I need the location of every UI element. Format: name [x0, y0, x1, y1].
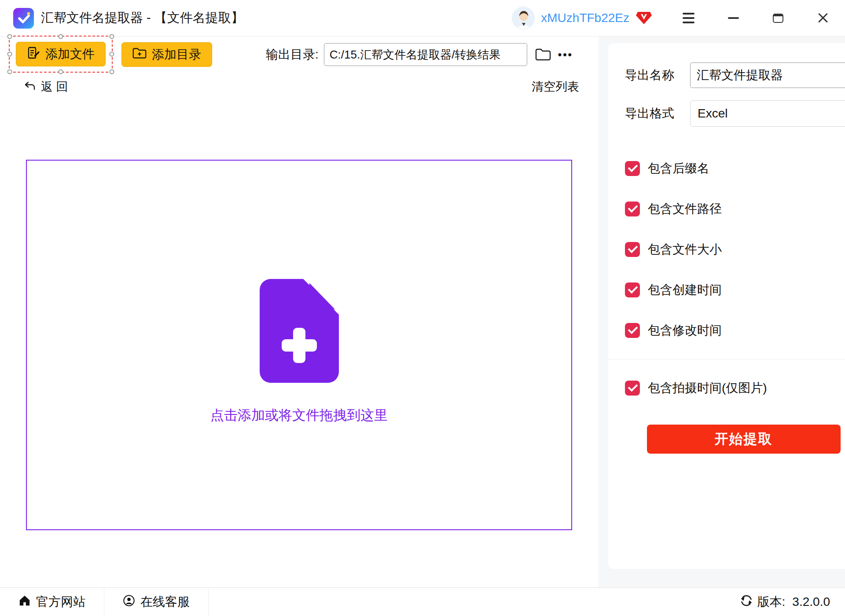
folder-plus-icon: [132, 47, 147, 62]
export-name-label: 导出名称: [625, 67, 678, 84]
selection-handle[interactable]: [110, 52, 114, 57]
vip-badge-icon[interactable]: [636, 11, 652, 25]
output-dir-label: 输出目录:: [266, 46, 319, 63]
settings-card: 导出名称 导出格式 Excel 包含后缀名: [608, 43, 845, 569]
export-name-input[interactable]: [690, 62, 845, 88]
maximize-button[interactable]: [769, 9, 787, 27]
dropzone-hint: 点击添加或将文件拖拽到这里: [210, 406, 388, 425]
window-title: 汇帮文件名提取器 - 【文件名提取】: [41, 9, 244, 27]
option-include-created-time[interactable]: 包含创建时间: [625, 282, 845, 298]
more-options-button[interactable]: •••: [558, 48, 573, 61]
option-include-modified-time[interactable]: 包含修改时间: [625, 322, 845, 339]
official-website-label: 官方网站: [36, 594, 85, 610]
version-label: 版本:: [757, 594, 786, 610]
selection-handle[interactable]: [7, 34, 12, 39]
output-dir-group: 输出目录: •••: [266, 43, 573, 66]
checkbox-checked-icon: [625, 161, 640, 176]
back-button[interactable]: 返 回: [24, 79, 68, 95]
username-text[interactable]: xMUzhTFb22Ez: [541, 11, 629, 25]
export-format-label: 导出格式: [625, 105, 678, 122]
folder-icon: [535, 48, 551, 61]
output-dir-input[interactable]: [324, 43, 527, 66]
titlebar: 汇帮文件名提取器 - 【文件名提取】 xMUzhTFb22Ez: [0, 0, 845, 37]
checkbox-checked-icon: [625, 242, 640, 257]
file-plus-icon: [259, 279, 339, 383]
option-list: 包含后缀名 包含文件路径 包含文件大小 包含创建时间: [625, 160, 845, 339]
selection-handle[interactable]: [110, 34, 114, 39]
hamburger-icon: [683, 13, 694, 23]
main-area: 添加文件 添加目录 输出目录:: [0, 37, 845, 587]
customer-service-icon: [123, 594, 135, 610]
minimize-icon: [728, 17, 739, 19]
close-button[interactable]: [814, 9, 832, 27]
home-icon: [18, 595, 31, 609]
option-include-extension[interactable]: 包含后缀名: [625, 160, 845, 177]
browse-folder-button[interactable]: [535, 48, 551, 61]
start-extract-button[interactable]: 开始提取: [647, 425, 841, 454]
maximize-icon: [773, 14, 783, 23]
selection-handle[interactable]: [110, 70, 114, 74]
official-website-link[interactable]: 官方网站: [0, 588, 104, 616]
checkbox-checked-icon: [625, 381, 640, 396]
selection-handle[interactable]: [7, 52, 12, 57]
online-support-label: 在线客服: [140, 594, 190, 610]
menu-button[interactable]: [680, 9, 697, 27]
refresh-icon[interactable]: [740, 594, 753, 610]
settings-panel: 导出名称 导出格式 Excel 包含后缀名: [599, 37, 845, 587]
toolbar-row2: 返 回 清空列表: [0, 79, 599, 95]
option-include-filepath[interactable]: 包含文件路径: [625, 201, 845, 217]
checkbox-checked-icon: [625, 202, 640, 216]
dropzone[interactable]: 点击添加或将文件拖拽到这里: [26, 160, 572, 530]
export-format-row: 导出格式 Excel: [625, 100, 845, 127]
selection-outline: 添加文件: [9, 36, 113, 73]
user-avatar[interactable]: [512, 7, 535, 29]
online-support-link[interactable]: 在线客服: [104, 588, 209, 616]
toolbar: 添加文件 添加目录 输出目录:: [0, 37, 599, 73]
export-name-row: 导出名称: [625, 62, 845, 88]
app-window: 汇帮文件名提取器 - 【文件名提取】 xMUzhTFb22Ez: [0, 0, 845, 616]
add-files-label: 添加文件: [45, 46, 95, 62]
minimize-button[interactable]: [724, 9, 742, 27]
export-format-value: Excel: [698, 106, 727, 121]
undo-arrow-icon: [24, 80, 36, 94]
close-icon: [817, 12, 829, 24]
add-directory-label: 添加目录: [152, 46, 201, 63]
version-area: 版本: 3.2.0.0: [740, 588, 845, 616]
back-label: 返 回: [41, 79, 68, 95]
left-pane: 添加文件 添加目录 输出目录:: [0, 37, 599, 587]
export-format-select[interactable]: Excel: [690, 100, 845, 127]
app-logo-icon: [13, 8, 34, 29]
selection-handle[interactable]: [59, 34, 63, 39]
option-include-capture-time[interactable]: 包含拍摄时间(仅图片): [625, 380, 845, 396]
checkbox-checked-icon: [625, 323, 640, 338]
selection-handle[interactable]: [7, 70, 12, 74]
add-directory-button[interactable]: 添加目录: [121, 42, 212, 67]
selection-handle[interactable]: [59, 70, 63, 74]
add-files-button[interactable]: 添加文件: [16, 42, 106, 66]
checkbox-checked-icon: [625, 282, 640, 297]
option-include-filesize[interactable]: 包含文件大小: [625, 241, 845, 258]
document-edit-icon: [27, 46, 40, 62]
version-value: 3.2.0.0: [792, 595, 830, 609]
clear-list-button[interactable]: 清空列表: [532, 79, 579, 95]
statusbar: 官方网站 在线客服 版本: 3.2.0.0: [0, 587, 845, 616]
divider: [608, 359, 845, 359]
